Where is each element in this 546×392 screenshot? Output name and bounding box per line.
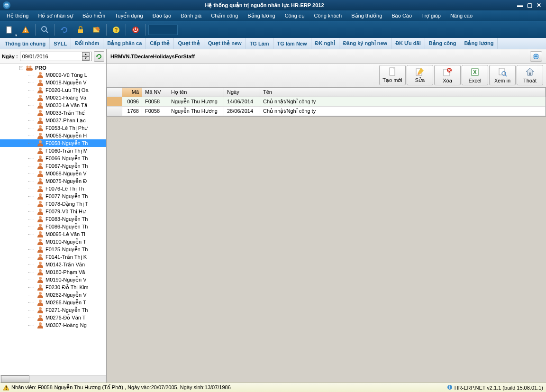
table-row[interactable]: 0096F0058Nguyễn Thu Hương14/06/2014Chủ n…	[107, 97, 546, 107]
tree-item[interactable]: F0067-Nguyễn Th	[0, 162, 106, 170]
tree-item[interactable]: F0076-Lê Thị Th	[0, 185, 106, 192]
col-hoten[interactable]: Họ tên	[168, 88, 224, 97]
search-icon[interactable]	[38, 23, 52, 36]
tree-item[interactable]: M0276-Đỗ Văn T	[0, 314, 106, 321]
menu-item[interactable]: Trợ giúp	[417, 11, 446, 20]
edit-box-icon[interactable]	[90, 23, 103, 36]
tab-item[interactable]: Đổi nhóm	[71, 38, 103, 49]
tab-item[interactable]: ĐK nghỉ	[311, 38, 339, 49]
language-button[interactable]	[530, 51, 542, 62]
help-icon[interactable]: ?	[109, 23, 123, 36]
tree-item[interactable]: M0095-Lê Văn Ti	[0, 230, 106, 238]
holiday-grid[interactable]: Mã Mã NV Họ tên Ngày Tên 0096F0058Nguyễn…	[107, 87, 546, 117]
menu-item[interactable]: Công cụ	[280, 11, 309, 20]
person-icon	[37, 246, 44, 253]
col-manv[interactable]: Mã NV	[142, 88, 168, 97]
menu-item[interactable]: Hồ sơ nhân sự	[33, 11, 78, 20]
tree-expand-toggle[interactable]: −	[19, 66, 23, 70]
menu-item[interactable]: Chấm công	[206, 11, 243, 20]
tree-item[interactable]: M0037-Phan Lạc	[0, 117, 106, 124]
col-ngay[interactable]: Ngày	[224, 88, 260, 97]
tab-item[interactable]: ĐK Ưu đãi	[391, 38, 425, 49]
tab-item[interactable]: Quẹt thẻ	[174, 38, 204, 49]
new-button[interactable]: Tạo mới	[379, 65, 406, 85]
tree-item[interactable]: M0056-Nguyễn H	[0, 132, 106, 139]
tree-item[interactable]: F0079-Vũ Thị Hư	[0, 208, 106, 215]
tree-item[interactable]: F0077-Nguyễn Th	[0, 192, 106, 200]
tab-item[interactable]: Bảng công	[425, 38, 461, 49]
menu-item[interactable]: Bảng thưởng	[346, 11, 387, 20]
power-icon[interactable]	[129, 23, 142, 36]
tree-item[interactable]: F0066-Nguyễn Th	[0, 155, 106, 162]
excel-button[interactable]: X Excel	[462, 65, 488, 85]
exit-button[interactable]: Thoát	[517, 65, 543, 85]
tree-item[interactable]: M0307-Hoàng Ng	[0, 321, 106, 329]
menu-item[interactable]: Nâng cao	[446, 11, 477, 20]
tree-item[interactable]: F0078-Đặng Thị T	[0, 200, 106, 208]
toolbar-input[interactable]	[148, 25, 178, 35]
tab-item[interactable]: TG Làm	[246, 38, 273, 49]
tree-item[interactable]: F0020-Lưu Thị Oa	[0, 86, 106, 94]
col-ten[interactable]: Tên	[260, 88, 546, 97]
date-refresh-button[interactable]	[94, 51, 104, 62]
tree-item[interactable]: F0060-Trần Thị M	[0, 147, 106, 155]
date-spin-down[interactable]: ▼	[82, 56, 90, 61]
tree-item[interactable]: M0021-Hoàng Vă	[0, 94, 106, 101]
tree-item[interactable]: M0033-Trần Thế	[0, 109, 106, 117]
menu-item[interactable]: Đào tạo	[148, 11, 176, 20]
new-doc-icon[interactable]: ▾	[3, 23, 16, 36]
tree-item[interactable]: F0271-Nguyễn Th	[0, 306, 106, 314]
refresh-icon[interactable]	[58, 23, 71, 36]
tree-item[interactable]: F0086-Nguyễn Th	[0, 223, 106, 230]
tab-item[interactable]: SYLL	[50, 38, 71, 49]
tab-item[interactable]: Đăng ký nghỉ new	[339, 38, 391, 49]
tree-item[interactable]: F0230-Đỗ Thị Kim	[0, 283, 106, 291]
employee-tree[interactable]: − PRO M0009-Vũ Tùng LM0018-Nguyễn VF0020…	[0, 64, 106, 375]
tree-root-node[interactable]: PRO	[0, 64, 106, 71]
warning-icon[interactable]: !	[19, 23, 32, 36]
tree-item[interactable]: M0266-Nguyễn T	[0, 299, 106, 306]
tree-item[interactable]: F0058-Nguyễn Th	[0, 139, 106, 147]
scrollbar-thumb[interactable]	[1, 375, 29, 383]
tree-item[interactable]: M0075-Nguyễn Đ	[0, 177, 106, 185]
row-header-corner[interactable]	[107, 88, 122, 97]
tab-item[interactable]: Thông tin chung	[1, 38, 50, 49]
minimize-button[interactable]: ▬	[516, 2, 524, 9]
delete-button[interactable]: Xóa	[434, 65, 461, 85]
date-input[interactable]: 09/01/2016 ▲ ▼	[20, 52, 92, 61]
tree-item[interactable]: M0262-Nguyễn V	[0, 291, 106, 299]
maximize-button[interactable]: ▢	[525, 2, 534, 9]
tab-item[interactable]: TG làm New	[273, 38, 311, 49]
menu-item[interactable]: Tuyển dụng	[110, 11, 147, 20]
tree-item[interactable]: M0142-Trần Văn	[0, 261, 106, 268]
tree-item[interactable]: M0018-Nguyễn V	[0, 79, 106, 86]
close-button[interactable]: ✕	[535, 2, 543, 9]
tree-item[interactable]: M0068-Nguyễn V	[0, 170, 106, 177]
tab-item[interactable]: Bảng lương	[460, 38, 498, 49]
menu-item[interactable]: Đánh giá	[176, 11, 206, 20]
tree-item[interactable]: M0180-Phạm Vă	[0, 268, 106, 276]
tree-item[interactable]: F0053-Lê Thị Phư	[0, 124, 106, 132]
tab-item[interactable]: Bảng phân ca	[103, 38, 146, 49]
date-spin-up[interactable]: ▲	[82, 52, 90, 56]
menu-item[interactable]: Bảng lương	[243, 11, 280, 20]
tree-item[interactable]: M0009-Vũ Tùng L	[0, 71, 106, 79]
tree-item[interactable]: M0030-Lê Văn Tấ	[0, 101, 106, 109]
col-ma[interactable]: Mã	[122, 88, 142, 97]
table-row[interactable]: 1768F0058Nguyễn Thu Hương28/06/2014Chủ n…	[107, 107, 546, 116]
edit-button[interactable]: Sửa	[407, 65, 433, 85]
preview-button[interactable]: Xem in	[489, 65, 516, 85]
horizontal-scrollbar[interactable]	[0, 375, 106, 383]
menu-item[interactable]: Hệ thống	[2, 11, 33, 20]
tree-item[interactable]: F0141-Trần Thị K	[0, 253, 106, 261]
tree-item[interactable]: F0125-Nguyễn Th	[0, 246, 106, 253]
tree-item[interactable]: F0083-Nguyễn Th	[0, 215, 106, 223]
menu-item[interactable]: Báo Cáo	[387, 11, 417, 20]
tree-item[interactable]: M0190-Nguyễn V	[0, 276, 106, 283]
lock-icon[interactable]	[74, 23, 87, 36]
tab-item[interactable]: Cấp thẻ	[146, 38, 174, 49]
tab-item[interactable]: Quẹt thẻ new	[204, 38, 246, 49]
menu-item[interactable]: Công khách	[309, 11, 347, 20]
tree-item[interactable]: M0100-Nguyễn T	[0, 238, 106, 246]
menu-item[interactable]: Bảo hiểm	[78, 11, 110, 20]
